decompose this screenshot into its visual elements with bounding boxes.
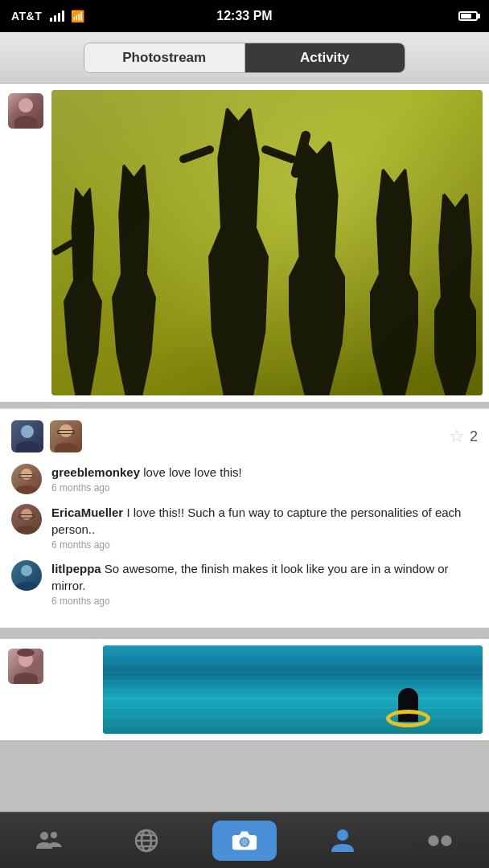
liked-avatars xyxy=(11,420,82,452)
comment-username-1[interactable]: greeblemonkey xyxy=(51,465,140,479)
silhouette-5 xyxy=(370,166,418,395)
comments-card: ☆ 2 greeblemonkey love love love this! 6… xyxy=(0,408,489,628)
star-icon: ☆ xyxy=(449,426,465,447)
silhouette-2 xyxy=(112,162,156,395)
post-2-avatar-side xyxy=(0,645,51,684)
comment-avatar-3[interactable] xyxy=(11,560,42,591)
silhouette-3 xyxy=(208,106,269,395)
tab-bar: Photostream Activity xyxy=(0,32,489,84)
comment-row-2: EricaMueller I love this!! Such a fun wa… xyxy=(11,504,478,551)
comment-body-3: litlpeppa So awesome, the finish makes i… xyxy=(51,560,478,607)
section-separator-2 xyxy=(0,628,489,634)
svg-point-13 xyxy=(442,835,452,845)
pool-image[interactable] xyxy=(103,645,483,734)
comment-text-2: EricaMueller I love this!! Such a fun wa… xyxy=(51,504,478,538)
svg-point-11 xyxy=(337,829,348,841)
tab-activity[interactable]: Activity xyxy=(245,43,405,72)
comment-text-1: greeblemonkey love love love this! xyxy=(51,464,478,481)
carrier-text: AT&T xyxy=(11,10,42,23)
comments-header: ☆ 2 xyxy=(11,420,478,452)
post-1-avatar[interactable] xyxy=(8,93,43,129)
comment-time-1: 6 months ago xyxy=(51,482,478,493)
comment-username-3[interactable]: litlpeppa xyxy=(51,562,101,575)
comment-avatar-2[interactable] xyxy=(11,504,42,534)
friends-icon xyxy=(36,828,62,854)
globe-icon xyxy=(134,828,159,854)
comment-body-1: greeblemonkey love love love this! 6 mon… xyxy=(51,464,478,493)
status-left: AT&T 📶 xyxy=(11,10,84,23)
svg-point-0 xyxy=(40,832,48,840)
silhouette-6 xyxy=(434,190,476,395)
bottom-nav xyxy=(0,812,489,868)
post-1-image[interactable] xyxy=(51,90,483,395)
wifi-icon: 📶 xyxy=(71,10,84,23)
comment-username-2[interactable]: EricaMueller xyxy=(51,506,123,519)
camera-icon xyxy=(232,828,257,854)
nav-item-profile[interactable] xyxy=(310,821,375,861)
post-1-avatar-side xyxy=(0,90,51,129)
pool-float xyxy=(386,710,430,727)
svg-point-1 xyxy=(51,832,57,838)
post-1 xyxy=(0,84,489,402)
comment-row-3: litlpeppa So awesome, the finish makes i… xyxy=(11,560,478,607)
liked-avatar-1[interactable] xyxy=(11,420,43,452)
silhouette-1 xyxy=(64,186,102,395)
post-2-avatar[interactable] xyxy=(8,649,43,684)
comment-body-2: EricaMueller I love this!! Such a fun wa… xyxy=(51,504,478,551)
svg-point-12 xyxy=(429,835,439,845)
tabs-container: Photostream Activity xyxy=(84,43,405,73)
svg-marker-8 xyxy=(240,831,249,834)
nav-item-camera[interactable] xyxy=(212,821,277,861)
shadow-photo xyxy=(51,90,483,395)
status-time: 12:33 PM xyxy=(216,9,272,23)
nav-item-explore[interactable] xyxy=(114,821,179,861)
nav-item-flickr[interactable] xyxy=(408,821,472,861)
comment-text-3: litlpeppa So awesome, the finish makes i… xyxy=(51,560,478,594)
status-bar: AT&T 📶 12:33 PM xyxy=(0,0,489,32)
battery-icon xyxy=(458,11,478,21)
avatar-girl-image xyxy=(8,93,43,129)
comment-row-1: greeblemonkey love love love this! 6 mon… xyxy=(11,464,478,494)
post-2 xyxy=(0,634,489,740)
nav-item-friends[interactable] xyxy=(17,821,81,861)
signal-icon xyxy=(50,10,64,22)
like-count: ☆ 2 xyxy=(449,426,478,447)
status-right xyxy=(458,11,478,21)
liked-avatar-2[interactable] xyxy=(50,420,82,452)
like-number: 2 xyxy=(470,428,478,445)
comment-time-2: 6 months ago xyxy=(51,539,478,551)
profile-icon xyxy=(330,828,355,854)
flickr-icon xyxy=(427,828,453,854)
svg-point-10 xyxy=(241,838,249,845)
comment-avatar-1[interactable] xyxy=(11,464,42,494)
section-separator xyxy=(0,402,489,408)
tab-photostream[interactable]: Photostream xyxy=(84,43,245,72)
main-content: ☆ 2 greeblemonkey love love love this! 6… xyxy=(0,84,489,812)
comment-time-3: 6 months ago xyxy=(51,596,478,607)
